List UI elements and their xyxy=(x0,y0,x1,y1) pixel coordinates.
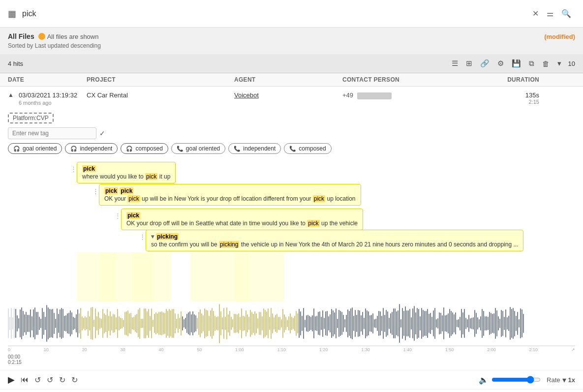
record-row[interactable]: ▲ 03/03/2021 13:19:32 6 months ago CX Ca… xyxy=(0,87,583,111)
phone-icon-2: 📞 xyxy=(234,146,241,152)
col-project: Project xyxy=(87,76,234,83)
col-date: Date xyxy=(8,76,87,83)
tag-label-4: goal oriented xyxy=(186,145,220,152)
waveform-svg[interactable] xyxy=(8,252,575,302)
record-container: ▲ 03/03/2021 13:19:32 6 months ago CX Ca… xyxy=(0,87,583,392)
rate-label: Rate xyxy=(547,376,560,384)
record-duration: 135s xyxy=(480,91,539,99)
tl-140: 1:40 xyxy=(403,347,412,352)
record-date-ago: 6 months ago xyxy=(19,100,77,106)
bubble-2-text: OK your pick up will be in New York is y… xyxy=(104,195,356,202)
playback-controls: ▶ ⏮ ↺ ↺ ↻ ↻ 🔈 Rate ▾ 1x xyxy=(0,370,583,389)
volume-area: 🔈 xyxy=(479,375,541,385)
search-bar: ▦ ✕ ⚌ 🔍 xyxy=(0,0,583,28)
rewind-15-button[interactable]: ↺ xyxy=(34,375,41,385)
files-status-text: All files are shown xyxy=(47,33,99,40)
collapse-button[interactable]: ▲ xyxy=(8,91,14,98)
sorted-by-value: Last updated descending xyxy=(35,42,101,49)
rate-area: Rate ▾ 1x xyxy=(547,375,575,385)
tag-input-row: ✓ xyxy=(8,127,575,139)
headset-icon-3: 🎧 xyxy=(126,146,133,152)
tag-goal-oriented-phone[interactable]: 📞goal oriented xyxy=(171,143,225,154)
tag-input[interactable] xyxy=(8,127,96,139)
rate-down-button[interactable]: ▾ xyxy=(562,375,566,385)
transcript-bubble-1: pick where would you like to pick it up … xyxy=(77,162,176,183)
drag-handle-2: ⋮ xyxy=(92,187,99,195)
save-button[interactable]: 💾 xyxy=(509,57,524,70)
waveform-container: 0 10 20 30 40 50 1:00 1:10 1:20 1:30 1:4… xyxy=(0,252,583,370)
col-contact: Contact person xyxy=(342,76,480,83)
headset-icon: 🎧 xyxy=(13,146,20,152)
expand-icon[interactable]: ▾ xyxy=(151,233,154,240)
delete-button[interactable]: 🗑 xyxy=(539,58,552,70)
forward-30-button[interactable]: ↻ xyxy=(71,375,78,385)
status-indicator xyxy=(38,33,45,40)
transcript-area: pick where would you like to pick it up … xyxy=(0,162,583,250)
drag-handle-4: ⋮ xyxy=(139,233,146,241)
tag-confirm-button[interactable]: ✓ xyxy=(99,129,105,137)
files-header: All Files All files are shown (modified)… xyxy=(0,28,583,54)
tl-10: 10 xyxy=(44,347,49,352)
time-position-row: 00:00 0:2:15 xyxy=(8,353,575,366)
phone-icon-1: 📞 xyxy=(177,146,184,152)
bubble-4-text: so the confirm you will be picking the v… xyxy=(151,241,518,248)
rewind-5-button[interactable]: ↺ xyxy=(47,375,53,385)
bubble-1-title: pick xyxy=(82,165,170,172)
tl-120: 1:20 xyxy=(319,347,328,352)
hits-count: 4 hits xyxy=(8,60,23,67)
more-button[interactable]: ▾ xyxy=(554,57,564,70)
tag-independent-phone[interactable]: 📞independent xyxy=(228,143,281,154)
drag-handle-1: ⋮ xyxy=(70,165,77,173)
volume-slider[interactable] xyxy=(491,376,541,384)
grid-icon: ▦ xyxy=(8,8,16,19)
search-button[interactable]: 🔍 xyxy=(557,7,575,20)
record-duration-time: 2:15 xyxy=(480,99,539,105)
tag-composed-headset[interactable]: 🎧composed xyxy=(121,143,168,154)
transcript-bubble-2: pick pick OK your pick up will be in New… xyxy=(99,184,361,206)
list-view-button[interactable]: ☰ xyxy=(449,57,461,70)
bubble-1-text: where would you like to pick it up xyxy=(82,173,170,180)
tag-label-5: independent xyxy=(243,145,276,152)
phone-blur xyxy=(357,92,392,99)
bubble-2-title: pick pick xyxy=(104,187,356,194)
timeline-labels: 0 10 20 30 40 50 1:00 1:10 1:20 1:30 1:4… xyxy=(8,346,575,353)
platform-tag: Platform:CVP xyxy=(8,113,54,123)
table-header: Date Project Agent Contact person Durati… xyxy=(0,73,583,87)
tl-130: 1:30 xyxy=(361,347,370,352)
modified-badge: (modified) xyxy=(544,33,575,40)
tag-goal-oriented-headset[interactable]: 🎧goal oriented xyxy=(8,143,62,154)
tag-label-3: composed xyxy=(135,145,162,152)
bubble-4-title: ▾ picking xyxy=(151,233,518,240)
drag-handle-3: ⋮ xyxy=(115,212,121,219)
headset-icon-2: 🎧 xyxy=(70,146,77,152)
record-date: 03/03/2021 13:19:32 xyxy=(19,91,77,99)
tl-200: 2:00 xyxy=(487,347,496,352)
grid-view-button[interactable]: ⊞ xyxy=(463,57,475,70)
skip-start-button[interactable]: ⏮ xyxy=(21,375,29,384)
mute-button[interactable]: 🔈 xyxy=(479,375,489,385)
link-button[interactable]: 🔗 xyxy=(477,57,492,70)
svg-rect-4 xyxy=(235,252,284,302)
tl-end-icon: ↗ xyxy=(571,347,575,352)
subtitle-row: 🎧 0:17-0:18 where would you like to pick… xyxy=(0,389,583,392)
current-time-display: 00:00 xyxy=(8,354,22,360)
search-input[interactable] xyxy=(22,9,528,18)
phone-icon-3: 📞 xyxy=(289,146,296,152)
tl-100: 1:00 xyxy=(235,347,244,352)
record-expanded: Platform:CVP ✓ 🎧goal oriented 🎧independe… xyxy=(0,111,583,160)
play-button[interactable]: ▶ xyxy=(8,374,15,385)
tag-independent-headset[interactable]: 🎧independent xyxy=(65,143,118,154)
tag-composed-phone[interactable]: 📞composed xyxy=(284,143,331,154)
clear-search-button[interactable]: ✕ xyxy=(528,7,543,20)
tl-210: 2:10 xyxy=(529,347,538,352)
transcript-bubble-4: ▾ picking so the confirm you will be pic… xyxy=(146,230,523,251)
record-agent[interactable]: Voicebot xyxy=(234,91,259,99)
filter-button[interactable]: ⚌ xyxy=(543,7,557,20)
settings-button[interactable]: ⚙ xyxy=(494,57,507,70)
copy-button[interactable]: ⧉ xyxy=(526,57,537,70)
bubble-3-title: pick xyxy=(126,212,358,219)
tl-20: 20 xyxy=(82,347,87,352)
files-status: All files are shown xyxy=(38,33,99,40)
transcript-bubble-3: pick OK your drop off will be in Seattle… xyxy=(121,209,363,230)
forward-15-button[interactable]: ↻ xyxy=(59,375,65,385)
